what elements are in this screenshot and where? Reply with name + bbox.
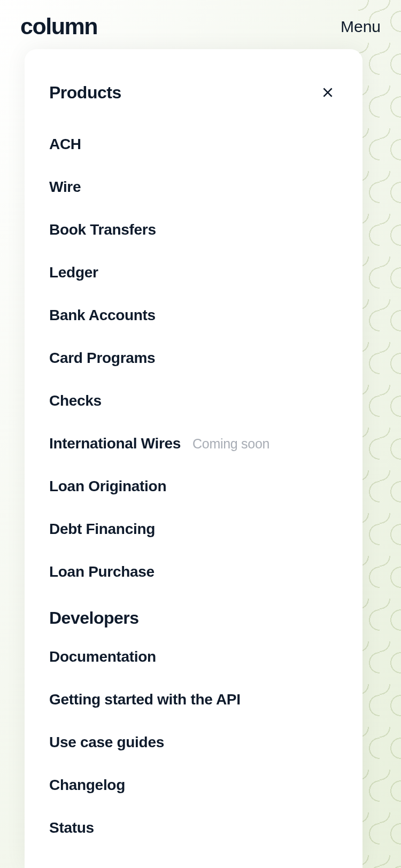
nav-item-changelog[interactable]: Changelog (49, 764, 338, 807)
nav-label: Wire (49, 179, 81, 196)
nav-label: Use case guides (49, 734, 164, 751)
nav-label: Checks (49, 392, 102, 409)
nav-item-getting-started[interactable]: Getting started with the API (49, 678, 338, 721)
section-title-products: Products (49, 83, 121, 103)
nav-label: Card Programs (49, 350, 155, 367)
nav-label: International Wires (49, 435, 181, 452)
nav-item-ledger[interactable]: Ledger (49, 251, 338, 294)
nav-item-loan-origination[interactable]: Loan Origination (49, 465, 338, 508)
menu-button[interactable]: Menu (341, 18, 381, 36)
nav-item-ach[interactable]: ACH (49, 123, 338, 166)
developers-list: Documentation Getting started with the A… (49, 636, 338, 849)
nav-label: Loan Origination (49, 478, 166, 495)
nav-label: Ledger (49, 264, 98, 281)
nav-item-loan-purchase[interactable]: Loan Purchase (49, 551, 338, 593)
panel-header-products: Products (49, 82, 338, 103)
nav-item-international-wires[interactable]: International Wires Coming soon (49, 422, 338, 465)
background-pattern (358, 0, 401, 868)
nav-label: Book Transfers (49, 221, 156, 238)
nav-label: Loan Purchase (49, 563, 155, 580)
nav-label: Documentation (49, 648, 156, 665)
close-icon (321, 86, 335, 99)
nav-label: Debt Financing (49, 521, 155, 538)
logo[interactable]: column (20, 15, 97, 38)
nav-label: Bank Accounts (49, 307, 156, 324)
nav-label: Getting started with the API (49, 691, 241, 708)
site-header: column Menu (0, 0, 401, 53)
nav-item-status[interactable]: Status (49, 807, 338, 849)
nav-item-book-transfers[interactable]: Book Transfers (49, 208, 338, 251)
nav-item-debt-financing[interactable]: Debt Financing (49, 508, 338, 551)
nav-item-documentation[interactable]: Documentation (49, 636, 338, 678)
coming-soon-badge: Coming soon (192, 436, 269, 452)
nav-item-checks[interactable]: Checks (49, 379, 338, 422)
products-list: ACH Wire Book Transfers Ledger Bank Acco… (49, 123, 338, 593)
nav-item-bank-accounts[interactable]: Bank Accounts (49, 294, 338, 337)
nav-item-wire[interactable]: Wire (49, 166, 338, 208)
menu-panel: Products ACH Wire Book Transfers Ledger … (25, 49, 363, 868)
nav-label: ACH (49, 136, 81, 153)
nav-label: Status (49, 819, 94, 836)
close-button[interactable] (318, 82, 338, 103)
nav-label: Changelog (49, 777, 125, 794)
nav-item-use-case-guides[interactable]: Use case guides (49, 721, 338, 764)
nav-item-card-programs[interactable]: Card Programs (49, 337, 338, 379)
section-title-developers: Developers (49, 593, 338, 636)
